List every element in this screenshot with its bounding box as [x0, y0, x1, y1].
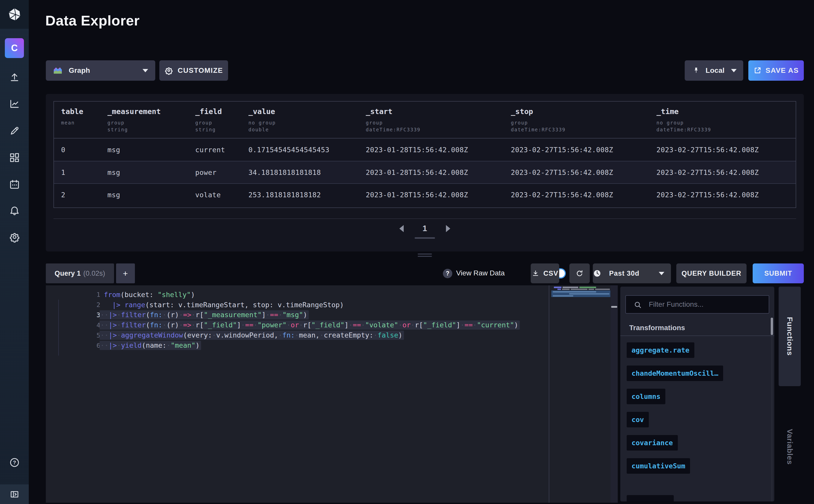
- save-as-label: SAVE AS: [766, 66, 799, 75]
- query-tab[interactable]: Query 1 (0.02s): [46, 263, 114, 283]
- csv-button[interactable]: CSV: [531, 263, 559, 283]
- panel-resize-handle[interactable]: [418, 254, 432, 258]
- indent-guide: [58, 300, 59, 356]
- minimap: [579, 287, 596, 288]
- table-cell: msg: [107, 169, 195, 176]
- csv-label: CSV: [543, 270, 558, 277]
- customize-button[interactable]: CUSTOMIZE: [159, 60, 228, 81]
- sidebar-item-help[interactable]: ?: [0, 454, 29, 471]
- table-cell: volate: [195, 191, 248, 199]
- sidebar-item-data-explorer[interactable]: [0, 95, 29, 113]
- svg-text:?: ?: [13, 460, 16, 465]
- area-chart-icon: [52, 65, 63, 76]
- influxdb-logo[interactable]: [0, 0, 29, 29]
- calendar-icon: [9, 179, 20, 190]
- page-underline: [415, 237, 435, 239]
- expand-sidebar-icon: [9, 489, 20, 499]
- table-cell: 0: [54, 146, 107, 154]
- table-cell: 34.18181818181818: [248, 169, 366, 176]
- view-type-dropdown[interactable]: Graph: [46, 60, 155, 81]
- save-as-button[interactable]: SAVE AS: [748, 60, 804, 81]
- sidebar-item-alerts[interactable]: [0, 202, 29, 220]
- function-chip[interactable]: chandeMomentumOscill…: [627, 366, 723, 381]
- table-cell: msg: [107, 191, 195, 199]
- upload-icon: [9, 72, 20, 83]
- scrollbar-thumb[interactable]: [771, 318, 773, 335]
- tab-variables[interactable]: Variables: [779, 415, 801, 479]
- line-number: 1: [46, 291, 100, 298]
- sidebar-item-notebooks[interactable]: [0, 122, 29, 140]
- function-chip[interactable]: cumulativeSum: [627, 458, 690, 474]
- code-line: 6··|>·yield(name:·"mean"): [46, 340, 595, 351]
- sidebar-expand-button[interactable]: [0, 484, 29, 504]
- function-chip[interactable]: cov: [627, 412, 649, 427]
- table-cell: 2023-02-27T15:56:42.008Z: [511, 169, 656, 176]
- table-cell: 2023-01-28T15:56:42.008Z: [366, 146, 511, 154]
- refresh-icon: [576, 269, 584, 277]
- customize-label: CUSTOMIZE: [178, 66, 223, 75]
- code-lines: 1from(bucket: "shelly")2 |> range(start:…: [46, 289, 595, 351]
- table-header-row: tablemean_measurementgroupstring_fieldgr…: [54, 102, 796, 138]
- chevron-down-icon: [659, 272, 664, 275]
- minimap: [571, 289, 587, 290]
- table-cell: 0.17154545454545453: [248, 146, 366, 154]
- filter-functions-search[interactable]: [625, 295, 769, 314]
- table-cell: 2023-02-27T15:56:42.008Z: [656, 169, 796, 176]
- table-cell: 2023-02-27T15:56:42.008Z: [511, 146, 656, 154]
- table-cell: msg: [107, 146, 195, 154]
- search-input[interactable]: [649, 296, 766, 313]
- tab-functions[interactable]: Functions: [779, 287, 801, 386]
- table-cell: 2: [54, 191, 107, 199]
- query-builder-button[interactable]: QUERY BUILDER: [676, 263, 747, 283]
- divider-collapse-handle[interactable]: [611, 306, 617, 308]
- sidebar-item-settings[interactable]: [0, 228, 29, 246]
- refresh-button[interactable]: [569, 263, 590, 283]
- pagination: 1: [46, 224, 804, 239]
- function-chip[interactable]: covariance: [627, 435, 678, 451]
- help-badge-icon[interactable]: ?: [443, 269, 452, 278]
- table-cell: 2023-02-27T15:56:42.008Z: [511, 191, 656, 199]
- table-row: 0msgcurrent0.171545454545454532023-01-28…: [54, 138, 796, 161]
- column-header: _stopgroupdateTime:RFC3339: [511, 102, 656, 138]
- code-line: 2 |> range(start: v.timeRangeStart, stop…: [46, 300, 595, 310]
- function-chip[interactable]: aggregate.rate: [627, 342, 694, 358]
- time-range-dropdown[interactable]: Past 30d: [593, 263, 671, 283]
- column-header: _valueno groupdouble: [248, 102, 366, 138]
- time-range-label: Past 30d: [609, 270, 639, 277]
- gear-icon: [164, 66, 173, 75]
- line-number: 4: [46, 321, 100, 329]
- local-dropdown[interactable]: Local: [685, 60, 743, 81]
- submit-button[interactable]: SUBMIT: [753, 263, 804, 283]
- table-cell: 2023-01-28T15:56:42.008Z: [366, 191, 511, 199]
- minimap-viewport[interactable]: [551, 290, 610, 297]
- pencil-icon: [9, 125, 20, 136]
- flux-code-editor[interactable]: 1from(bucket: "shelly")2 |> range(start:…: [46, 285, 611, 503]
- divider: [53, 218, 796, 219]
- chevron-down-icon: [143, 69, 148, 72]
- query-bar: Query 1 (0.02s) + ? View Raw Data CSV Pa…: [46, 263, 804, 283]
- sidebar-item-upload[interactable]: [0, 68, 29, 86]
- page-number[interactable]: 1: [423, 224, 427, 233]
- next-page-button[interactable]: [446, 225, 450, 232]
- avatar[interactable]: C: [5, 38, 24, 58]
- raw-data-panel: tablemean_measurementgroupstring_fieldgr…: [46, 94, 804, 251]
- sidebar-item-tasks[interactable]: [0, 175, 29, 193]
- minimap: [595, 289, 610, 290]
- table-cell: 2023-02-27T15:56:42.008Z: [656, 146, 796, 154]
- view-type-label: Graph: [69, 66, 90, 75]
- add-query-button[interactable]: +: [116, 263, 135, 283]
- functions-panel: Transformations aggregate.ratechandeMome…: [620, 287, 774, 501]
- column-header: _fieldgroupstring: [195, 102, 248, 138]
- panel-divider[interactable]: [611, 285, 618, 503]
- table-row: 2msgvolate253.18181818181822023-01-28T15…: [54, 183, 796, 206]
- column-header: _startgroupdateTime:RFC3339: [366, 102, 511, 138]
- function-list: aggregate.ratechandeMomentumOscill…colum…: [620, 335, 774, 501]
- prev-page-button[interactable]: [399, 225, 404, 232]
- minimap: [557, 289, 561, 290]
- section-header-transformations: Transformations: [629, 324, 685, 332]
- sidebar-item-dashboards[interactable]: [0, 149, 29, 166]
- function-chip[interactable]: columns: [627, 389, 665, 404]
- function-chip-partial[interactable]: [627, 495, 674, 501]
- column-header: _measurementgroupstring: [107, 102, 195, 138]
- table-row: 1msgpower34.181818181818182023-01-28T15:…: [54, 161, 796, 183]
